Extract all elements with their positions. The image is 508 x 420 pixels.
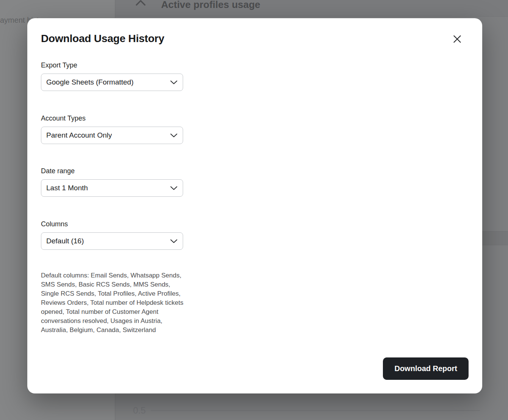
columns-field: Columns Default (16) (41, 220, 183, 250)
export-type-selected-value: Google Sheets (Formatted) (46, 78, 133, 86)
chevron-down-icon (170, 80, 177, 85)
account-types-select[interactable]: Parent Account Only (41, 127, 183, 144)
export-type-field: Export Type Google Sheets (Formatted) (41, 61, 183, 91)
account-types-selected-value: Parent Account Only (46, 131, 112, 139)
date-range-field: Date range Last 1 Month (41, 167, 183, 197)
download-report-label: Download Report (394, 364, 457, 373)
chevron-down-icon (170, 133, 177, 138)
chart-y-axis-tick: 0.5 (133, 406, 146, 415)
default-columns-description: Default columns: Email Sends, Whatsapp S… (41, 271, 184, 335)
chevron-down-icon (170, 186, 177, 190)
chart-gridline (151, 410, 480, 411)
columns-select[interactable]: Default (16) (41, 232, 183, 250)
account-types-field: Account Types Parent Account Only (41, 114, 183, 144)
columns-selected-value: Default (16) (46, 237, 84, 245)
date-range-selected-value: Last 1 Month (46, 184, 88, 192)
download-report-button[interactable]: Download Report (383, 357, 469, 380)
date-range-label: Date range (41, 167, 183, 175)
chevron-up-icon (135, 0, 146, 7)
chevron-down-icon (170, 239, 177, 243)
export-type-select[interactable]: Google Sheets (Formatted) (41, 74, 183, 91)
close-icon (453, 35, 461, 43)
close-button[interactable] (451, 33, 463, 45)
section-title-active-profiles-usage: Active profiles usage (161, 0, 260, 10)
columns-label: Columns (41, 220, 183, 228)
account-types-label: Account Types (41, 114, 183, 122)
download-usage-history-dialog: Download Usage History Export Type Googl… (27, 18, 482, 393)
export-type-label: Export Type (41, 61, 183, 69)
dialog-title: Download Usage History (41, 33, 164, 45)
date-range-select[interactable]: Last 1 Month (41, 179, 183, 197)
